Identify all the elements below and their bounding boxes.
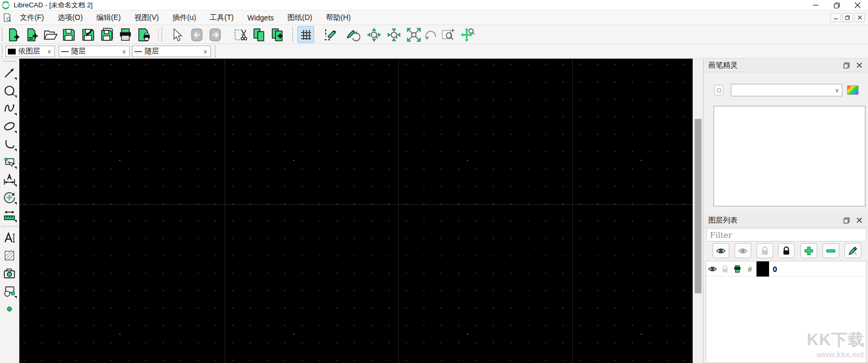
close-icon <box>856 62 862 68</box>
redraw-button[interactable] <box>344 26 361 43</box>
menu-tools[interactable]: 工具(T) <box>205 11 239 25</box>
print-button[interactable] <box>117 26 133 43</box>
layer-filter-input[interactable] <box>706 228 866 241</box>
menu-drawings[interactable]: 图纸(D) <box>282 11 317 25</box>
redraw-icon <box>346 28 360 42</box>
draft-mode-button[interactable] <box>321 26 338 43</box>
menu-options[interactable]: 选项(O) <box>52 11 88 25</box>
new-document-button[interactable] <box>5 26 22 43</box>
cut-button[interactable] <box>232 26 249 43</box>
show-all-layers-button[interactable] <box>713 243 729 258</box>
zoom-auto-button[interactable] <box>405 26 422 43</box>
layer-list-float-button[interactable] <box>842 216 851 225</box>
circle-tool-button[interactable] <box>2 82 17 99</box>
ellipse-tool-button[interactable] <box>2 117 17 135</box>
pen-wizard-combo[interactable]: ∨ <box>731 84 842 96</box>
pen-wizard-list[interactable] <box>714 106 865 206</box>
new-from-template-button[interactable] <box>24 26 40 43</box>
layer-list-title: 图层列表 <box>704 216 738 225</box>
minimize-button[interactable] <box>805 0 826 10</box>
hide-all-layers-button[interactable] <box>735 243 751 258</box>
dimension-tool-button[interactable] <box>2 171 17 188</box>
spline-tool-button[interactable] <box>2 100 17 117</box>
pen-wizard-close-button[interactable] <box>855 61 863 70</box>
metagrid-vline <box>398 59 399 363</box>
open-file-button[interactable] <box>42 26 59 43</box>
select-entities-tool-button[interactable] <box>2 153 17 170</box>
watermark-text: KK下载 <box>807 329 865 351</box>
layer-row[interactable]: # 0 <box>706 261 866 277</box>
point-tool-button[interactable] <box>2 300 17 317</box>
layer-construction-toggle[interactable]: # <box>744 261 756 277</box>
image-tool-button[interactable] <box>2 265 17 282</box>
drawing-canvas[interactable] <box>19 59 693 363</box>
zoom-in-button[interactable] <box>365 26 382 43</box>
dock-splitter[interactable] <box>704 206 868 214</box>
edit-layer-button[interactable] <box>844 243 861 258</box>
layer-color-swatch[interactable] <box>756 261 769 277</box>
menu-view[interactable]: 视图(V) <box>129 11 164 25</box>
hatch-tool-button[interactable] <box>2 247 17 264</box>
zoom-window-button[interactable] <box>440 26 457 43</box>
menu-file[interactable]: 文件(F) <box>15 11 49 25</box>
close-button[interactable] <box>847 0 868 10</box>
remove-layer-button[interactable] <box>822 243 839 258</box>
mdi-minimize-button[interactable] <box>830 13 841 22</box>
select-entities-icon <box>3 156 16 168</box>
lock-all-layers-button[interactable] <box>778 243 795 258</box>
layer-print-toggle[interactable] <box>731 261 744 277</box>
select-tool-button[interactable] <box>168 26 184 43</box>
restore-icon <box>833 2 840 9</box>
librecad-logo-icon <box>2 1 10 9</box>
toolbar-drag-handle[interactable] <box>215 46 217 57</box>
redo-button[interactable] <box>207 26 224 43</box>
toolbar-drag-handle[interactable] <box>161 28 163 41</box>
layer-list-close-button[interactable] <box>855 216 863 225</box>
modify-tool-button[interactable] <box>2 189 17 206</box>
paste-button[interactable] <box>269 26 286 43</box>
curve-tool-button[interactable] <box>2 135 17 152</box>
add-layer-button[interactable] <box>800 243 817 258</box>
zoom-previous-button[interactable] <box>422 26 439 43</box>
pen-width-combo[interactable]: — 随层 ∨ <box>59 46 130 57</box>
toolbar-drag-handle[interactable] <box>2 28 4 41</box>
menu-help[interactable]: 帮助(H) <box>320 11 355 25</box>
print-preview-button[interactable] <box>135 26 152 43</box>
pen-toolbar: 依图层 ∨ — 随层 ∨ — 随层 ∨ <box>0 44 868 59</box>
menu-edit[interactable]: 编辑(E) <box>91 11 126 25</box>
block-tool-button[interactable] <box>2 282 17 300</box>
zoom-out-button[interactable] <box>385 26 402 43</box>
mdi-close-button[interactable] <box>854 13 865 22</box>
text-tool-button[interactable] <box>2 229 17 246</box>
hash-icon: # <box>748 265 752 273</box>
toolbar-drag-handle[interactable] <box>2 46 4 57</box>
pen-linetype-combo[interactable]: — 随层 ∨ <box>132 46 211 57</box>
save-button[interactable] <box>60 26 77 43</box>
circle-tool-icon <box>3 84 16 97</box>
palette-drag-handle[interactable] <box>4 61 15 63</box>
copy-button[interactable] <box>251 26 268 43</box>
canvas-vertical-scrollbar[interactable] <box>693 59 703 363</box>
restore-button[interactable] <box>826 0 847 10</box>
save-all-button[interactable] <box>98 26 115 43</box>
undo-button[interactable] <box>188 26 205 43</box>
layer-visibility-toggle[interactable] <box>706 261 719 277</box>
layer-lock-toggle[interactable] <box>719 261 731 277</box>
color-picker-button[interactable] <box>847 85 859 95</box>
pen-color-combo[interactable]: 依图层 ∨ <box>5 46 55 57</box>
pen-wizard-apply-button[interactable] <box>714 85 724 95</box>
pen-wizard-float-button[interactable] <box>842 61 851 70</box>
menu-widgets[interactable]: Widgets <box>242 12 279 24</box>
mdi-restore-button[interactable] <box>842 13 853 22</box>
measure-tool-button[interactable] <box>2 206 17 224</box>
unlock-all-layers-button[interactable] <box>756 243 773 258</box>
line-tool-button[interactable] <box>2 64 17 81</box>
zoom-pan-button[interactable] <box>459 26 476 43</box>
scrollbar-thumb[interactable] <box>695 119 702 293</box>
toolbar-drag-handle[interactable] <box>292 28 294 41</box>
grid-toggle-button[interactable] <box>297 26 314 43</box>
minus-icon <box>826 246 836 256</box>
menu-plugins[interactable]: 插件(u) <box>167 11 201 25</box>
mdi-minimize-icon <box>833 15 838 20</box>
save-as-button[interactable] <box>80 26 96 43</box>
